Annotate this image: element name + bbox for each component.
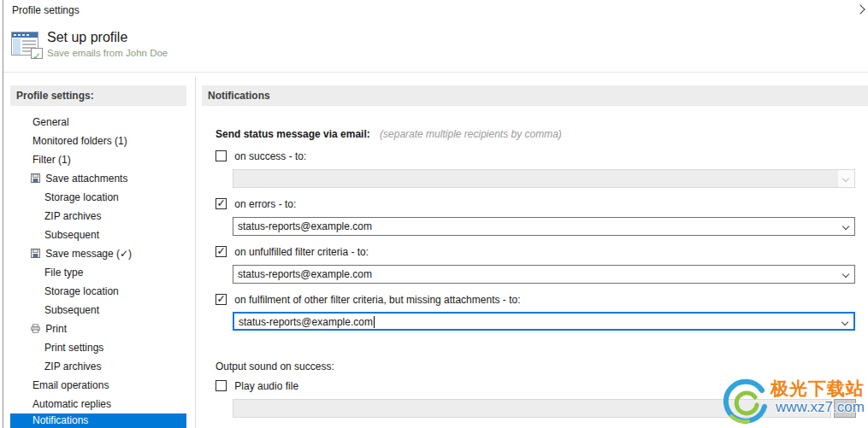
sidebar-item-notifications[interactable]: Notifications (10, 413, 186, 428)
dropdown-button[interactable] (836, 314, 853, 329)
save-icon (31, 173, 40, 183)
play-audio-row: Play audio file (216, 380, 298, 394)
combo-value: status-reports@example.com (238, 268, 372, 280)
header-separator (3, 72, 868, 73)
on-success-checkbox[interactable] (216, 150, 227, 161)
dropdown-button[interactable] (837, 266, 854, 283)
sidebar-item-storage-location-2[interactable]: Storage location (10, 282, 186, 301)
chevron-down-icon (842, 271, 849, 278)
on-success-row: on success - to: (216, 150, 306, 164)
window-title: Profile settings (12, 4, 80, 16)
play-audio-label: Play audio file (234, 380, 298, 392)
dropdown-button[interactable] (837, 218, 854, 235)
text-cursor (374, 316, 375, 328)
sidebar-header: Profile settings: (10, 85, 186, 106)
dropdown-button (837, 170, 854, 187)
sidebar-tree: General Monitored folders (1) Filter (1)… (10, 113, 186, 428)
page-subtitle: Save emails from John Doe (47, 48, 168, 58)
on-errors-recipients-combobox[interactable]: status-reports@example.com (233, 217, 855, 236)
chevron-down-icon (842, 223, 849, 230)
on-success-recipients-combobox (233, 169, 855, 188)
panel-divider (195, 77, 196, 428)
sidebar-item-storage-location-1[interactable]: Storage location (10, 188, 186, 207)
sidebar-item-filter[interactable]: Filter (1) (10, 150, 186, 169)
watermark-site-name: 极光下载站 (771, 377, 865, 401)
sidebar-item-subsequent-2[interactable]: Subsequent (10, 301, 186, 320)
chevron-down-icon (841, 319, 848, 325)
sidebar-item-save-message[interactable]: Save message (✓) (10, 244, 186, 263)
on-unfulfilled-row: on unfulfilled filter criteria - to: (216, 246, 369, 260)
sidebar-item-monitored-folders[interactable]: Monitored folders (1) (10, 132, 186, 150)
window-left-border (3, 0, 3, 428)
sidebar-item-zip-archives-1[interactable]: ZIP archives (10, 207, 186, 226)
on-missing-attachments-recipients-combobox[interactable]: status-reports@example.com (233, 312, 855, 331)
send-status-label: Send status message via email: (216, 128, 370, 140)
profile-settings-dialog: Profile settings Set up profile Save ema… (0, 0, 868, 428)
sidebar-item-general[interactable]: General (10, 113, 186, 132)
combo-value: status-reports@example.com (238, 220, 372, 232)
page-title: Set up profile (47, 30, 127, 45)
chevron-down-icon (842, 175, 849, 182)
on-errors-checkbox[interactable] (216, 198, 227, 209)
on-missing-attachments-label: on fulfilment of other filter criteria, … (234, 294, 520, 306)
on-errors-label: on errors - to: (234, 198, 296, 210)
sidebar-item-automatic-replies[interactable]: Automatic replies (10, 395, 186, 413)
print-icon (31, 324, 40, 333)
section-header: Notifications (202, 85, 868, 106)
play-audio-checkbox[interactable] (216, 380, 227, 391)
sidebar-item-email-operations[interactable]: Email operations (10, 376, 186, 395)
on-unfulfilled-label: on unfulfilled filter criteria - to: (234, 246, 369, 258)
recipients-hint: (separate multiple recipients by comma) (380, 128, 562, 140)
on-unfulfilled-checkbox[interactable] (216, 246, 227, 257)
audio-file-input (233, 399, 831, 418)
combo-value: status-reports@example.com (239, 316, 375, 328)
sidebar-item-file-type[interactable]: File type (10, 263, 186, 282)
profile-wizard-icon (11, 32, 43, 59)
sidebar-item-print[interactable]: Print (10, 320, 186, 338)
on-missing-attachments-checkbox[interactable] (216, 294, 227, 305)
on-errors-row: on errors - to: (216, 198, 296, 212)
output-sound-label: Output sound on success: (216, 361, 334, 372)
on-success-label: on success - to: (234, 150, 306, 162)
email-group-label-row: Send status message via email: (separate… (216, 128, 562, 140)
chevron-right-icon[interactable] (855, 4, 865, 14)
on-missing-attachments-row: on fulfilment of other filter criteria, … (216, 294, 520, 308)
browse-audio-button[interactable]: ... (834, 399, 856, 418)
sidebar-item-subsequent-1[interactable]: Subsequent (10, 226, 186, 244)
save-icon (31, 249, 40, 258)
on-unfulfilled-recipients-combobox[interactable]: status-reports@example.com (233, 265, 855, 284)
green-check-icon (31, 48, 43, 59)
sidebar-item-save-attachments[interactable]: Save attachments (10, 169, 186, 188)
sidebar-item-print-settings[interactable]: Print settings (10, 338, 186, 357)
sidebar-item-zip-archives-2[interactable]: ZIP archives (10, 357, 186, 376)
